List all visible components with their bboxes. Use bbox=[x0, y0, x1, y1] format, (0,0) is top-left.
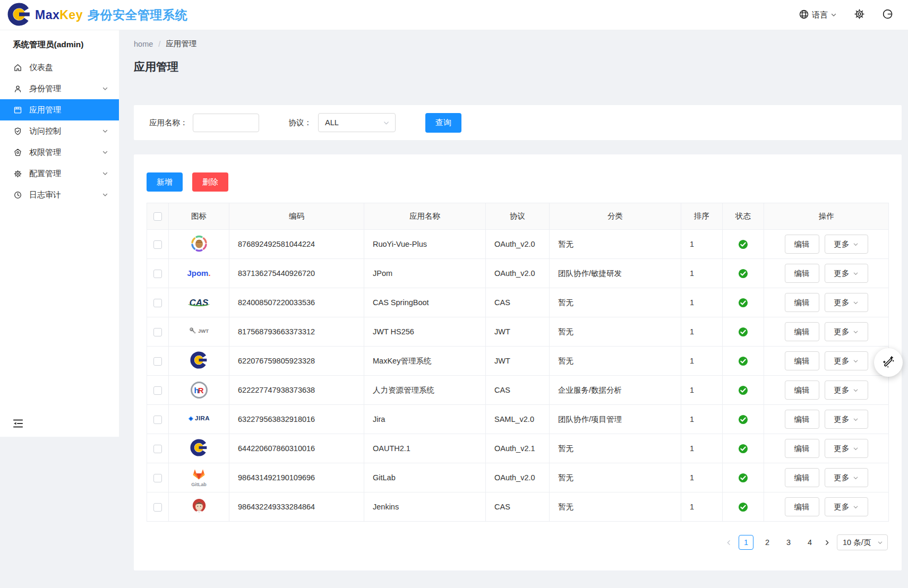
theme-wand-button[interactable] bbox=[874, 348, 903, 377]
breadcrumb-separator: / bbox=[158, 40, 160, 48]
column-header: 分类 bbox=[550, 203, 681, 230]
table-row: hR622227747938373638人力资源管理系统CAS企业服务/数据分析… bbox=[147, 376, 889, 405]
language-switcher[interactable]: 语言 bbox=[799, 9, 837, 21]
app-sort: 1 bbox=[681, 405, 723, 434]
collapse-icon bbox=[12, 417, 24, 431]
row-checkbox[interactable] bbox=[153, 474, 162, 482]
page-button-2[interactable]: 2 bbox=[760, 535, 775, 550]
more-button[interactable]: 更多 bbox=[825, 468, 868, 487]
gear-icon bbox=[13, 169, 22, 178]
logout-button[interactable] bbox=[882, 8, 893, 21]
sidebar-menu: 仪表盘身份管理应用管理访问控制权限管理配置管理日志审计 bbox=[0, 57, 119, 205]
prev-page-button[interactable] bbox=[725, 539, 732, 546]
app-protocol: OAuth_v2.0 bbox=[486, 259, 550, 288]
more-button[interactable]: 更多 bbox=[825, 497, 868, 516]
add-button[interactable]: 新增 bbox=[147, 172, 183, 192]
edit-button[interactable]: 编辑 bbox=[785, 439, 819, 458]
magic-wand-icon bbox=[881, 355, 895, 370]
user-icon bbox=[13, 84, 22, 93]
shield-icon bbox=[13, 127, 22, 136]
table-row: JWT817568793663373312JWT HS256JWT暂无1编辑更多 bbox=[147, 317, 889, 347]
status-enabled-icon bbox=[738, 239, 748, 248]
edit-button[interactable]: 编辑 bbox=[785, 264, 819, 283]
sidebar-item-config[interactable]: 配置管理 bbox=[0, 163, 119, 184]
row-checkbox[interactable] bbox=[153, 357, 162, 366]
app-logo-hr-icon: hR bbox=[191, 382, 208, 399]
edit-button[interactable]: 编辑 bbox=[785, 468, 819, 487]
page-size-select[interactable]: 10 条/页 bbox=[837, 534, 888, 550]
sidebar-item-dashboard[interactable]: 仪表盘 bbox=[0, 57, 119, 78]
edit-button[interactable]: 编辑 bbox=[785, 235, 819, 254]
more-button[interactable]: 更多 bbox=[825, 439, 868, 458]
status-enabled-icon bbox=[738, 502, 748, 511]
protocol-select[interactable]: ALL bbox=[318, 113, 396, 132]
more-button[interactable]: 更多 bbox=[825, 264, 868, 283]
row-checkbox[interactable] bbox=[153, 299, 162, 307]
clock-icon bbox=[13, 191, 22, 200]
sidebar-item-audit[interactable]: 日志审计 bbox=[0, 184, 119, 205]
row-checkbox[interactable] bbox=[153, 328, 162, 336]
delete-button[interactable]: 删除 bbox=[192, 172, 228, 192]
page-title: 应用管理 bbox=[134, 59, 902, 74]
table-header-row: 图标编码应用名称协议分类排序状态操作 bbox=[147, 203, 889, 230]
edit-button[interactable]: 编辑 bbox=[785, 293, 819, 312]
app-logo-jira-icon: JIRA bbox=[188, 416, 210, 422]
sidebar-item-label: 权限管理 bbox=[29, 148, 61, 158]
chevron-down-icon bbox=[102, 192, 108, 198]
more-button[interactable]: 更多 bbox=[825, 293, 868, 312]
column-header: 编码 bbox=[229, 203, 364, 230]
status-enabled-icon bbox=[738, 414, 748, 423]
sidebar-item-access[interactable]: 访问控制 bbox=[0, 120, 119, 142]
search-button[interactable]: 查询 bbox=[425, 113, 461, 133]
app-category: 企业服务/数据分析 bbox=[550, 376, 681, 405]
table-body: 876892492581044224RuoYi-Vue-PlusOAuth_v2… bbox=[147, 230, 889, 522]
sidebar-item-label: 身份管理 bbox=[29, 84, 61, 94]
pagination: 123410 条/页 bbox=[147, 534, 888, 550]
select-all-checkbox[interactable] bbox=[153, 212, 162, 221]
table-row: 876892492581044224RuoYi-Vue-PlusOAuth_v2… bbox=[147, 230, 889, 259]
header-actions: 语言 bbox=[799, 8, 893, 21]
brand-max: Max bbox=[35, 8, 59, 22]
column-header: 协议 bbox=[486, 203, 550, 230]
more-button[interactable]: 更多 bbox=[825, 235, 868, 254]
row-checkbox[interactable] bbox=[153, 445, 162, 453]
app-code: 622076759805923328 bbox=[229, 347, 364, 376]
edit-button[interactable]: 编辑 bbox=[785, 351, 819, 370]
page-button-3[interactable]: 3 bbox=[781, 535, 796, 550]
row-checkbox[interactable] bbox=[153, 240, 162, 249]
settings-button[interactable] bbox=[854, 8, 865, 21]
breadcrumb-home[interactable]: home bbox=[134, 40, 153, 48]
row-checkbox[interactable] bbox=[153, 503, 162, 512]
app-logo-jenkins-icon bbox=[191, 498, 207, 515]
app-protocol: OAuth_v2.0 bbox=[486, 230, 550, 259]
sidebar-item-apps[interactable]: 应用管理 bbox=[0, 99, 119, 120]
sidebar-item-perms[interactable]: 权限管理 bbox=[0, 142, 119, 163]
edit-button[interactable]: 编辑 bbox=[785, 322, 819, 341]
row-checkbox[interactable] bbox=[153, 416, 162, 424]
edit-button[interactable]: 编辑 bbox=[785, 381, 819, 400]
more-button[interactable]: 更多 bbox=[825, 351, 868, 370]
more-button[interactable]: 更多 bbox=[825, 410, 868, 429]
edit-button[interactable]: 编辑 bbox=[785, 497, 819, 516]
app-sort: 1 bbox=[681, 434, 723, 463]
app-sort: 1 bbox=[681, 463, 723, 492]
row-checkbox[interactable] bbox=[153, 270, 162, 278]
app-sort: 1 bbox=[681, 492, 723, 522]
table-row: JIRA632279563832918016JiraSAML_v2.0团队协作/… bbox=[147, 405, 889, 434]
column-header: 状态 bbox=[723, 203, 764, 230]
page-button-1[interactable]: 1 bbox=[739, 535, 753, 550]
edit-button[interactable]: 编辑 bbox=[785, 410, 819, 429]
status-enabled-icon bbox=[738, 269, 748, 277]
app-name-input[interactable] bbox=[193, 114, 259, 132]
collapse-sidebar-button[interactable] bbox=[12, 417, 24, 431]
row-checkbox[interactable] bbox=[153, 386, 162, 395]
next-page-button[interactable] bbox=[824, 539, 830, 546]
sidebar-item-identity[interactable]: 身份管理 bbox=[0, 78, 119, 99]
page-button-4[interactable]: 4 bbox=[802, 535, 817, 550]
more-button[interactable]: 更多 bbox=[825, 322, 868, 341]
more-button[interactable]: 更多 bbox=[825, 381, 868, 400]
app-logo-ruoyi-icon bbox=[190, 235, 208, 253]
chevron-down-icon bbox=[383, 119, 390, 126]
app-code: 622227747938373638 bbox=[229, 376, 364, 405]
brand-key: Key bbox=[59, 8, 83, 22]
